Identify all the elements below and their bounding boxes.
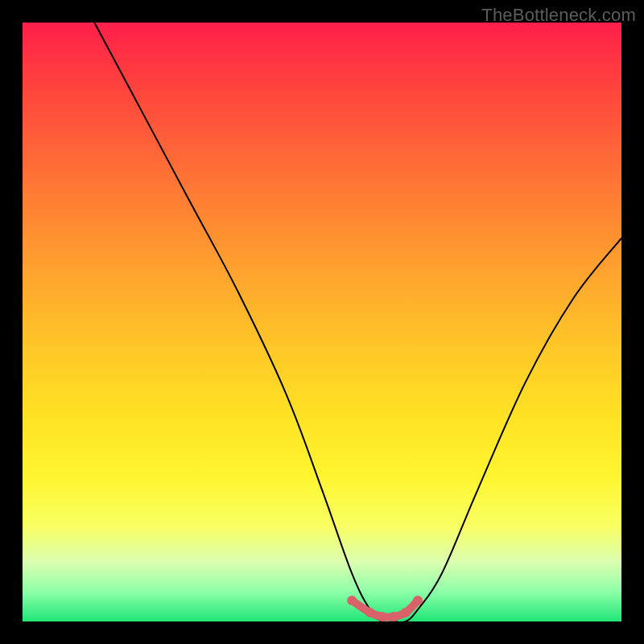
- optimal-band-dot: [401, 608, 411, 617]
- bottleneck-curve: [94, 23, 621, 622]
- optimal-band-dot: [389, 612, 398, 621]
- chart-frame: TheBottleneck.com: [0, 0, 644, 644]
- optimal-band-dot: [347, 596, 357, 605]
- optimal-band-dot: [365, 608, 375, 617]
- chart-svg: [23, 23, 621, 621]
- watermark-text: TheBottleneck.com: [481, 5, 636, 26]
- optimal-band-dot: [413, 596, 423, 605]
- optimal-band-dot: [377, 612, 386, 621]
- plot-area: [23, 23, 621, 621]
